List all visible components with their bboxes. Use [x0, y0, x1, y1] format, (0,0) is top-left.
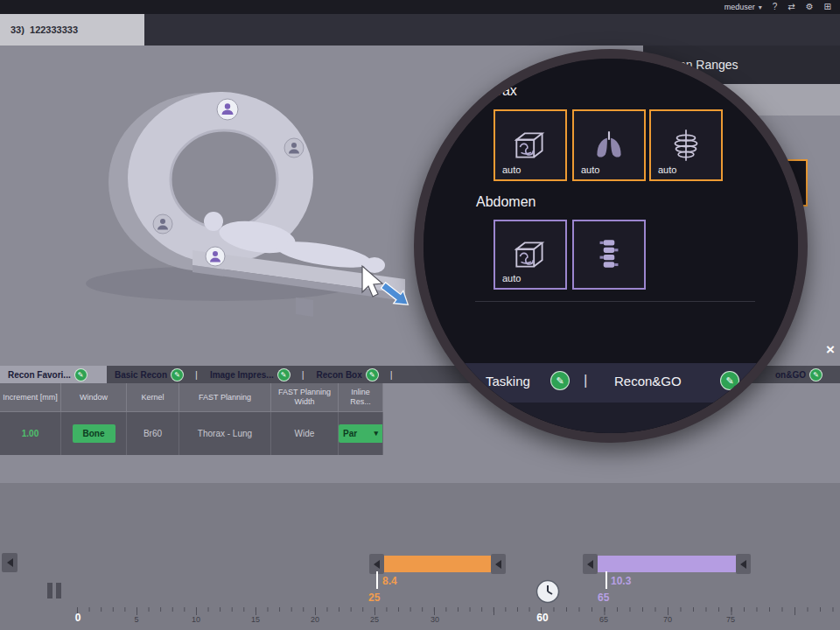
column-header: Increment [mm]	[0, 383, 61, 412]
ruler-origin: 60	[536, 612, 548, 624]
ruler-tick-label: 75	[726, 615, 735, 624]
edit-icon[interactable]: ✎	[551, 372, 569, 389]
lungs-range-icon	[589, 127, 629, 164]
pencil-glyph: ✎	[725, 375, 733, 387]
tab-image-impression[interactable]: Image Impres... ✎	[202, 366, 298, 383]
auto-label: auto	[658, 164, 676, 175]
pencil-glyph: ✎	[281, 371, 287, 379]
column-header: Kernel	[127, 383, 179, 412]
position-badge-top[interactable]	[217, 99, 238, 120]
ruler-tick-label: 25	[370, 615, 379, 624]
tab-tasking[interactable]: Tasking	[486, 374, 530, 388]
tab-separator: |	[191, 369, 202, 380]
drag-arrow-icon	[378, 279, 412, 311]
range-button-thorax-lungs[interactable]: auto	[572, 109, 646, 181]
kernel-cell[interactable]: Br60	[127, 412, 179, 455]
zoom-tab-bar: Tasking ✎ | Recon&GO ✎	[424, 363, 798, 402]
thorax-range-start: 25	[368, 592, 380, 604]
ct-scanner-workstation: meduser ▾ ? ⇄ ⚙ ⊞ 33) 122333333 Recon Ra…	[0, 0, 840, 630]
ruler-tick-label: 30	[430, 615, 439, 624]
help-icon[interactable]: ?	[773, 0, 778, 14]
tab-label: Recon Box	[317, 370, 362, 380]
apps-icon[interactable]: ⊞	[824, 0, 831, 14]
table-base	[296, 298, 313, 317]
pencil-glyph: ✎	[174, 371, 180, 379]
inline-results-dropdown[interactable]: Par ▾	[339, 424, 382, 443]
recon-ranges-zoom-view: Thorax auto auto	[424, 59, 798, 433]
position-badge-bottom[interactable]	[206, 247, 225, 266]
tab-recon-and-go-partial[interactable]: on&GO ✎	[775, 366, 822, 383]
window-cell[interactable]: Bone	[61, 412, 127, 455]
close-icon[interactable]: ×	[826, 341, 835, 359]
thorax-range-bar[interactable]	[384, 556, 491, 572]
column-header: Inline Res...	[339, 383, 383, 412]
settings-icon[interactable]: ⚙	[806, 0, 814, 14]
fast-planning-value: Thorax - Lung	[198, 429, 252, 438]
abdomen-range-start-handle[interactable]	[583, 554, 598, 574]
column-header: FAST Planning Width	[271, 383, 339, 412]
section-title-thorax: Thorax	[473, 83, 517, 99]
abdomen-range-length: 10.3	[611, 575, 631, 587]
ruler-tick-label: 20	[311, 615, 319, 624]
thorax-range-marker	[376, 571, 378, 589]
timeline-left-edge-handle[interactable]	[2, 553, 18, 572]
tab-recon-and-go[interactable]: Recon&GO	[614, 374, 682, 388]
chevron-down-icon: ▾	[759, 4, 762, 11]
ruler-origin: 0	[75, 612, 81, 624]
delay-clock-icon	[536, 579, 560, 604]
thorax-range-end-handle[interactable]	[491, 554, 506, 574]
increment-value: 1.00	[22, 429, 38, 438]
user-menu[interactable]: meduser ▾	[724, 3, 762, 11]
increment-cell[interactable]: 1.00	[0, 412, 61, 455]
tab-basic-recon[interactable]: Basic Recon ✎	[107, 366, 191, 383]
user-name: meduser	[724, 3, 755, 11]
fast-planning-cell[interactable]: Thorax - Lung	[179, 412, 271, 455]
window-dropdown[interactable]: Bone	[73, 424, 116, 443]
triangle-left-icon	[495, 560, 501, 569]
inline-results-cell[interactable]: Par ▾	[339, 412, 383, 455]
abdomen-range-end-handle[interactable]	[736, 554, 751, 574]
tab-label: Basic Recon	[115, 370, 167, 380]
range-button-thorax-abdomen[interactable]: auto	[494, 109, 567, 181]
recon-parameter-table: Increment [mm] Window Kernel FAST Planni…	[0, 383, 383, 455]
scan-timeline-panel: 8.4 25 10.3 65 0 5 10 15 20 25 30 60 65 …	[0, 483, 840, 630]
abdomen-range-icon	[510, 236, 550, 273]
timeline-ruler-right	[541, 607, 840, 615]
auto-label: auto	[581, 164, 599, 175]
triangle-left-icon	[374, 560, 380, 569]
chevron-down-icon: ▾	[374, 424, 378, 443]
ruler-tick-label: 10	[192, 615, 200, 624]
triangle-left-icon	[587, 560, 593, 569]
timeline-ruler-left	[77, 607, 536, 615]
range-button-abdomen-abdomen[interactable]: auto	[494, 220, 567, 290]
tab-recon-favorites[interactable]: Recon Favori... ✎	[0, 366, 107, 383]
inline-results-value: Par	[343, 424, 357, 443]
patient-tab[interactable]: 33) 122333333	[0, 14, 144, 46]
abdomen-range-bar[interactable]	[598, 556, 736, 572]
edit-icon: ✎	[810, 369, 822, 381]
edit-icon[interactable]: ✎	[721, 372, 738, 389]
ribcage-range-icon	[666, 127, 706, 164]
transfer-icon[interactable]: ⇄	[788, 0, 794, 14]
drag-cursor	[354, 264, 424, 317]
column-header: Window	[61, 383, 127, 412]
tab-recon-box[interactable]: Recon Box ✎	[309, 366, 386, 383]
position-badge-left[interactable]	[153, 214, 172, 234]
fast-planning-width-cell[interactable]: Wide	[271, 412, 339, 455]
abdomen-range-marker	[606, 571, 607, 589]
range-button-thorax-ribcage[interactable]: auto	[649, 109, 723, 181]
section-title-abdomen: Abdomen	[476, 194, 536, 210]
column-header: FAST Planning	[179, 383, 271, 412]
edit-icon: ✎	[172, 369, 183, 381]
pencil-glyph: ✎	[78, 371, 84, 379]
edit-icon: ✎	[75, 369, 87, 381]
table-header-row: Increment [mm] Window Kernel FAST Planni…	[0, 383, 383, 412]
position-badge-right[interactable]	[284, 138, 304, 158]
range-button-abdomen-spine[interactable]	[572, 220, 646, 290]
edit-icon: ✎	[367, 369, 378, 381]
fast-planning-width-value: Wide	[295, 429, 315, 438]
header-band	[144, 14, 840, 46]
edit-icon: ✎	[278, 369, 290, 381]
auto-label: auto	[502, 164, 521, 175]
pause-icon[interactable]	[47, 583, 61, 598]
